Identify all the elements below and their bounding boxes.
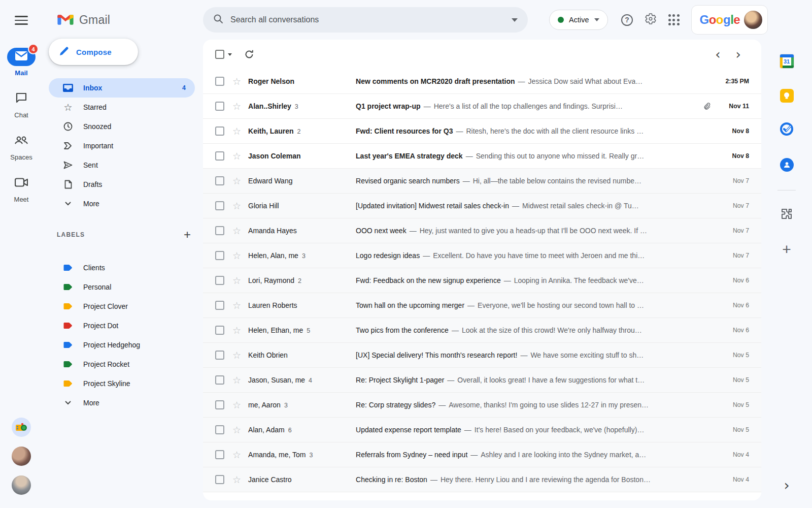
email-checkbox[interactable] (215, 375, 224, 385)
email-row[interactable]: ☆ Keith, Lauren 2 Fwd: Client resources … (203, 119, 761, 144)
star-icon[interactable]: ☆ (232, 424, 241, 436)
rail-label-chat: Chat (14, 111, 28, 119)
label-item-project-hedgehog[interactable]: Project Hedgehog (49, 335, 195, 355)
label-item-personal[interactable]: Personal (49, 277, 195, 297)
email-row[interactable]: ☆ Helen, Ethan, me 5 Two pics from the c… (203, 318, 761, 343)
email-checkbox[interactable] (215, 425, 224, 434)
rail-item-chat[interactable]: Chat (7, 90, 36, 119)
email-checkbox[interactable] (215, 126, 224, 136)
sidebar-item-sent[interactable]: Sent (49, 155, 195, 175)
star-icon[interactable]: ☆ (232, 200, 241, 212)
email-checkbox[interactable] (215, 176, 224, 185)
star-icon[interactable]: ☆ (232, 350, 241, 361)
email-row[interactable]: ☆ Keith Obrien [UX] Special delivery! Th… (203, 343, 761, 368)
select-all-checkbox[interactable] (215, 50, 224, 59)
email-row[interactable]: ☆ Janice Castro Checking in re: Boston—H… (203, 467, 761, 492)
create-label-button[interactable]: + (184, 229, 191, 241)
sidebar-item-important[interactable]: Important (49, 136, 195, 155)
labels-more[interactable]: More (49, 393, 195, 412)
star-icon[interactable]: ☆ (232, 449, 241, 461)
select-options-caret-icon[interactable] (228, 53, 232, 56)
email-row[interactable]: ☆ Alan..Shirley 3 Q1 project wrap-up—Her… (203, 94, 761, 119)
email-row[interactable]: ☆ Edward Wang Revised organic search num… (203, 169, 761, 194)
sidebar-item-more[interactable]: More (49, 194, 195, 213)
star-icon[interactable]: ☆ (232, 250, 241, 262)
star-icon[interactable]: ☆ (232, 225, 241, 237)
contact-avatar-camera[interactable] (12, 418, 31, 437)
important-marker-icon (63, 142, 73, 150)
email-row[interactable]: ☆ Lauren Roberts Town hall on the upcomi… (203, 293, 761, 318)
email-checkbox[interactable] (215, 326, 224, 335)
sidebar-item-snoozed[interactable]: Snoozed (49, 117, 195, 136)
star-icon[interactable]: ☆ (232, 275, 241, 287)
email-checkbox[interactable] (215, 151, 224, 161)
email-row[interactable]: ☆ Jason Coleman Last year's EMEA strateg… (203, 144, 761, 169)
email-row[interactable]: ☆ Gloria Hill [Updated invitation] Midwe… (203, 194, 761, 218)
settings-button[interactable] (639, 9, 662, 31)
sidebar-item-drafts[interactable]: Drafts (49, 175, 195, 194)
hide-side-panel-button[interactable]: › (784, 477, 789, 494)
email-checkbox[interactable] (215, 475, 224, 484)
star-icon[interactable]: ☆ (232, 125, 241, 137)
email-row[interactable]: ☆ Amanda, me, Tom 3 Referrals from Sydne… (203, 442, 761, 467)
email-row[interactable]: ☆ Amanda Hayes OOO next week—Hey, just w… (203, 218, 761, 243)
contact-avatar-woman[interactable] (12, 447, 31, 466)
email-checkbox[interactable] (215, 276, 224, 285)
compose-button[interactable]: Compose (49, 39, 138, 65)
user-avatar[interactable] (744, 11, 762, 29)
search-options-caret-icon[interactable] (512, 18, 518, 22)
rail-item-meet[interactable]: Meet (7, 174, 36, 203)
label-item-project-skyline[interactable]: Project Skyline (49, 374, 195, 393)
email-row[interactable]: ☆ Lori, Raymond 2 Fwd: Feedback on the n… (203, 268, 761, 293)
email-row[interactable]: ☆ Helen, Alan, me 3 Logo redesign ideas—… (203, 243, 761, 268)
google-apps-button[interactable] (663, 9, 685, 31)
email-checkbox[interactable] (215, 351, 224, 360)
star-icon[interactable]: ☆ (232, 374, 241, 386)
contact-avatar-man[interactable] (12, 475, 31, 495)
label-item-project-clover[interactable]: Project Clover (49, 297, 195, 316)
keep-app-button[interactable] (776, 85, 797, 106)
email-snippet: Looping in Annika. The feedback we've… (514, 276, 644, 284)
email-checkbox[interactable] (215, 251, 224, 260)
star-icon[interactable]: ☆ (232, 300, 241, 311)
rail-item-spaces[interactable]: Spaces (7, 132, 36, 161)
email-checkbox[interactable] (215, 400, 224, 409)
calendar-app-button[interactable]: 31 (776, 51, 797, 71)
star-icon[interactable]: ☆ (232, 150, 241, 162)
email-row[interactable]: ☆ Alan, Adam 6 Updated expense report te… (203, 418, 761, 442)
email-checkbox[interactable] (215, 102, 224, 111)
label-item-project-rocket[interactable]: Project Rocket (49, 355, 195, 374)
star-icon[interactable]: ☆ (232, 175, 241, 187)
label-item-clients[interactable]: Clients (49, 258, 195, 277)
email-row[interactable]: ☆ Jason, Susan, me 4 Re: Project Skyligh… (203, 368, 761, 393)
sidebar-item-inbox[interactable]: Inbox 4 (49, 78, 195, 98)
newer-page-button[interactable]: ‹ (715, 48, 720, 61)
star-icon[interactable]: ☆ (232, 325, 241, 336)
label-item-project-dot[interactable]: Project Dot (49, 316, 195, 335)
rail-item-mail[interactable]: 4 Mail (7, 48, 36, 77)
email-checkbox[interactable] (215, 77, 224, 86)
search-bar[interactable] (203, 7, 528, 33)
email-checkbox[interactable] (215, 450, 224, 459)
older-page-button[interactable]: › (736, 48, 741, 61)
email-checkbox[interactable] (215, 226, 224, 235)
availability-status-button[interactable]: Active (549, 10, 608, 30)
search-input[interactable] (230, 15, 504, 24)
add-panel-app-button[interactable]: + (776, 239, 797, 260)
star-icon[interactable]: ☆ (232, 76, 241, 87)
star-icon[interactable]: ☆ (232, 474, 241, 486)
email-row[interactable]: ☆ me, Aaron 3 Re: Corp strategy slides?—… (203, 393, 761, 418)
sidebar-item-starred[interactable]: ☆ Starred (49, 98, 195, 117)
star-icon[interactable]: ☆ (232, 399, 241, 411)
google-account-card[interactable]: Google (691, 5, 768, 35)
tasks-app-button[interactable] (776, 120, 797, 140)
contacts-app-button[interactable] (776, 154, 797, 175)
get-addons-button[interactable] (776, 205, 797, 225)
refresh-button[interactable] (244, 49, 254, 59)
email-checkbox[interactable] (215, 201, 224, 210)
help-button[interactable]: ? (616, 9, 638, 31)
main-menu-button[interactable] (12, 11, 30, 29)
email-checkbox[interactable] (215, 301, 224, 310)
email-row[interactable]: ☆ Roger Nelson New comments on MCR2020 d… (203, 69, 761, 94)
star-icon[interactable]: ☆ (232, 101, 241, 112)
